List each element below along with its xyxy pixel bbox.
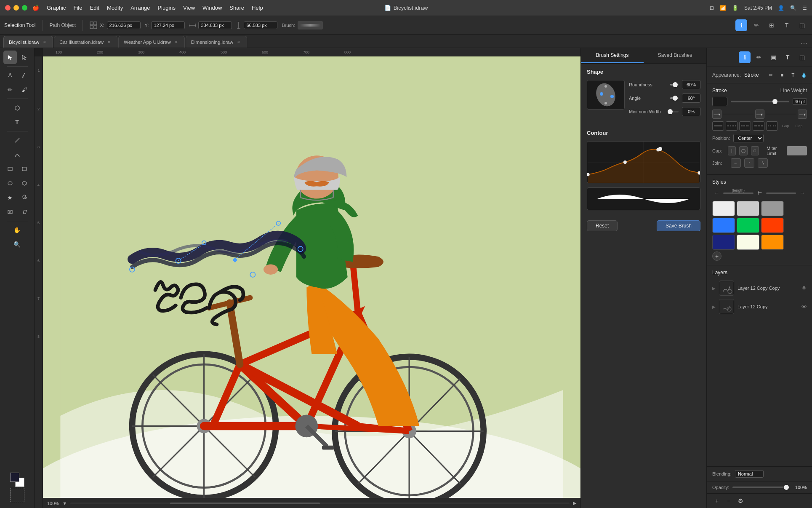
reset-button[interactable]: Reset (587, 220, 618, 231)
pencil-icon[interactable]: ✏ (767, 70, 776, 80)
rect-tool[interactable] (3, 162, 17, 176)
stroke-overlay-swatch[interactable] (10, 488, 24, 502)
blending-select[interactable]: Normal Multiply Screen Overlay (735, 470, 764, 478)
opacity-slider[interactable] (732, 487, 789, 488)
tab-car[interactable]: Car Illustration.idraw ✕ (54, 36, 117, 48)
roundness-slider[interactable] (670, 84, 679, 86)
curve-tool[interactable] (11, 148, 24, 161)
h-value[interactable]: 66.583 px (244, 21, 277, 29)
menu-graphic[interactable]: Graphic (47, 5, 66, 11)
shear-tool[interactable] (18, 205, 31, 219)
hand-tool[interactable]: ✋ (11, 223, 24, 237)
dash-dotted[interactable] (726, 121, 737, 131)
miter-input[interactable] (787, 146, 807, 155)
pen-tool[interactable] (18, 69, 31, 82)
direct-selection-tool[interactable] (18, 51, 31, 64)
pencil-tool[interactable]: ✏ (3, 83, 17, 96)
dash-dashed-1[interactable] (739, 121, 751, 131)
menu-edit[interactable]: Edit (90, 5, 99, 11)
apple-menu[interactable]: 🍎 (32, 5, 39, 11)
style-swatch-light-yellow[interactable] (737, 235, 759, 250)
tab-close-dimensioning[interactable]: ✕ (236, 39, 242, 45)
selection-tool[interactable] (3, 51, 17, 64)
join-round[interactable]: ◜ (744, 158, 754, 168)
join-bevel[interactable]: ╲ (758, 158, 768, 168)
layer-expand-2[interactable]: ▶ (712, 305, 716, 309)
style-swatch-green[interactable] (737, 218, 759, 233)
search-icon[interactable]: 🔍 (790, 5, 796, 11)
cap-butt[interactable]: | (728, 146, 736, 155)
tab-close-car[interactable]: ✕ (106, 39, 112, 45)
x-value[interactable]: 216.636 px (107, 21, 141, 29)
layer-visibility-2[interactable]: 👁 (801, 304, 807, 310)
style-swatch-orange-red[interactable] (761, 218, 784, 233)
add-layer-button[interactable]: + (712, 496, 721, 505)
w-value[interactable]: 334.833 px (198, 21, 232, 29)
grid-button[interactable]: ⊞ (766, 19, 777, 31)
tab-bicyclist[interactable]: Bicyclist.idraw ✕ (3, 36, 53, 48)
opacity-thumb[interactable] (784, 485, 789, 490)
cap-square[interactable]: □ (751, 146, 759, 155)
line-weight-thumb[interactable] (772, 99, 777, 104)
join-miter[interactable]: ⌐ (731, 158, 741, 168)
minimize-button[interactable] (13, 5, 19, 11)
star-tool[interactable]: ★ (3, 191, 17, 204)
contour-graph[interactable] (587, 141, 700, 183)
text-tool[interactable]: T (11, 115, 24, 129)
fill-swatch-fg[interactable] (10, 473, 19, 482)
text-icon-btn[interactable]: T (782, 51, 793, 63)
style-icon-btn[interactable]: ✏ (753, 51, 765, 63)
menu-share[interactable]: Share (229, 5, 244, 11)
menu-view[interactable]: View (183, 5, 195, 11)
delete-layer-button[interactable]: − (724, 496, 733, 505)
style-swatch-orange[interactable] (761, 235, 784, 250)
tab-close-bicyclist[interactable]: ✕ (42, 39, 48, 45)
menu-plugins[interactable]: Plugins (157, 5, 176, 11)
layers-icon-btn[interactable]: ◫ (796, 51, 808, 63)
layer-expand-1[interactable]: ▶ (712, 286, 716, 291)
line-weight-slider[interactable] (731, 101, 789, 102)
style-swatch-light[interactable] (737, 201, 759, 216)
add-tab-button[interactable]: ⋯ (799, 38, 809, 48)
layer-item-2[interactable]: ▶ Layer 12 Copy 👁 (712, 297, 807, 316)
layers-button[interactable]: ◫ (796, 19, 808, 31)
controls-icon[interactable]: ☰ (802, 5, 807, 11)
save-brush-button[interactable]: Save Brush (657, 220, 700, 231)
tab-dimensioning[interactable]: Dimensioning.idraw ✕ (186, 36, 247, 48)
dash-dropdown-3[interactable]: —▾ (798, 110, 807, 119)
brush-settings-tab[interactable]: Brush Settings (581, 48, 644, 63)
brush-tool[interactable]: 🖌 (18, 83, 31, 96)
fill-icon-btn[interactable]: ▣ (767, 51, 779, 63)
zoom-level[interactable]: 100% (47, 501, 59, 506)
maximize-button[interactable] (22, 5, 27, 11)
rounded-rect-tool[interactable] (18, 162, 31, 176)
3d-tool[interactable] (11, 101, 24, 115)
menu-window[interactable]: Window (202, 5, 222, 11)
menu-file[interactable]: File (74, 5, 83, 11)
dash-dropdown-2[interactable]: —▾ (755, 110, 764, 119)
info-button[interactable]: ℹ (735, 19, 747, 31)
dash-dashed-3[interactable] (766, 121, 778, 131)
close-button[interactable] (5, 5, 11, 11)
cap-round[interactable]: ◯ (739, 146, 747, 155)
line-weight-value[interactable]: 40 pt (793, 98, 807, 105)
scroll-right[interactable]: ▶ (573, 500, 576, 506)
zoom-tool[interactable]: 🔍 (11, 238, 24, 251)
brush-preview[interactable] (298, 21, 323, 29)
text-t-icon[interactable]: T (788, 70, 798, 80)
layer-settings-button[interactable]: ⚙ (736, 496, 745, 505)
angle-slider[interactable] (670, 97, 679, 99)
roundness-value[interactable]: 60% (682, 80, 700, 89)
saved-brushes-tab[interactable]: Saved Brushes (644, 48, 706, 63)
zoom-decrease[interactable]: ▼ (62, 501, 67, 506)
tab-weather[interactable]: Weather App UI.idraw ✕ (118, 36, 185, 48)
style-swatch-gray[interactable] (761, 201, 784, 216)
add-style-button[interactable]: + (712, 251, 721, 261)
tab-close-weather[interactable]: ✕ (173, 39, 179, 45)
arrow-right-btn[interactable]: → (798, 188, 807, 198)
user-icon[interactable]: 👤 (778, 5, 784, 11)
node-tool[interactable] (3, 69, 17, 82)
dash-dashed-2[interactable] (753, 121, 764, 131)
style-swatch-white[interactable] (712, 201, 735, 216)
color-swatch-stack[interactable] (10, 473, 24, 487)
